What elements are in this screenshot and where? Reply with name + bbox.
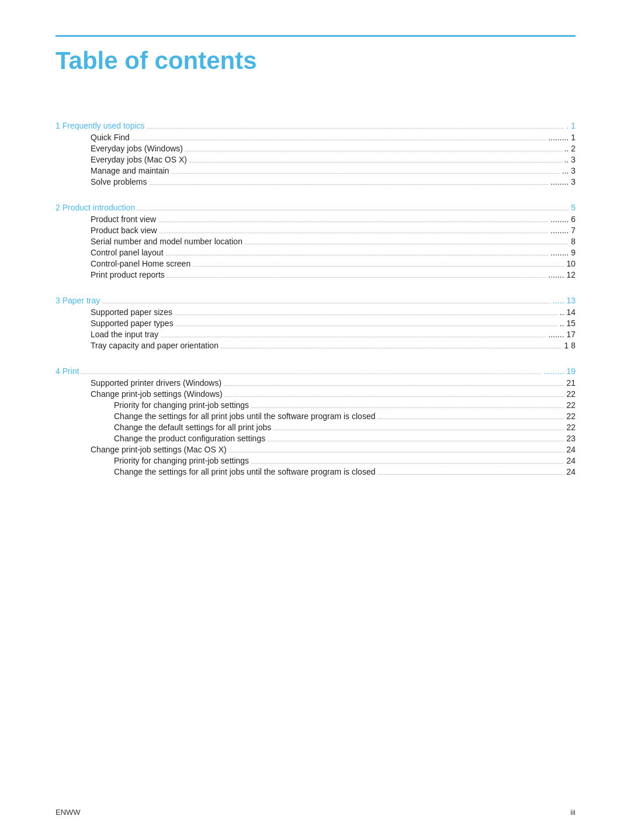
toc-chapter-link-3[interactable]: 3 Paper tray [56,296,100,305]
footer: ENWW iii [56,808,575,817]
toc-entry-page-2-1: ........ 6 [550,215,575,224]
toc-entry-row-3-2: Supported paper types.. 15 [56,319,575,328]
toc-entry-dots-4-5 [273,430,564,430]
toc-entry-page-4-5: 22 [566,423,575,432]
toc-entry-row-4-4: Change the settings for all print jobs u… [56,412,575,421]
toc-entry-dots-4-9 [377,474,564,475]
toc-entry-row-4-6: Change the product configuration setting… [56,434,575,443]
toc-entry-label-2-1: Product front view [91,215,156,224]
toc-chapter-row-2: 2 Product introduction5 [56,203,575,212]
toc-entry-label-4-7: Change print-job settings (Mac OS X) [91,445,227,454]
toc-entry-dots-4-3 [251,407,564,408]
toc-entry-page-4-1: 21 [566,378,575,388]
toc-entry-row-4-8: Priority for changing print-job settings… [56,456,575,465]
toc-entry-page-3-3: ....... 17 [548,330,575,339]
toc-entry-dots-1-4 [172,173,560,174]
toc-entry-row-4-5: Change the default settings for all prin… [56,423,575,432]
toc-chapter-page-2: 5 [571,203,575,212]
toc-entry-row-2-4: Control panel layout........ 9 [56,248,575,257]
toc-entry-label-1-2: Everyday jobs (Windows) [91,144,183,153]
toc-chapter-page-3: ..... 13 [553,296,575,305]
toc-entry-page-4-9: 24 [566,467,575,476]
toc-entry-page-2-3: 8 [571,237,575,246]
toc-entry-page-1-3: .. 3 [564,155,575,164]
toc-body: 1 Frequently used topics. 1Quick Find...… [56,121,575,476]
toc-chapter-link-2[interactable]: 2 Product introduction [56,203,135,212]
footer-page: iii [570,808,575,817]
toc-entry-label-3-1: Supported paper sizes [91,307,172,317]
toc-entry-dots-3-2 [176,326,557,326]
toc-entry-row-2-1: Product front view........ 6 [56,215,575,224]
toc-entry-page-2-2: ........ 7 [550,226,575,235]
toc-entry-label-4-2: Change print-job settings (Windows) [91,389,223,399]
toc-entry-label-4-5: Change the default settings for all prin… [114,423,271,432]
toc-entry-dots-2-5 [193,266,564,267]
toc-entry-label-4-3: Priority for changing print-job settings [114,400,249,410]
toc-entry-dots-2-4 [166,255,549,255]
toc-entry-page-1-2: .. 2 [564,144,575,153]
toc-chapter-dots-3 [102,303,550,303]
toc-entry-row-2-5: Control-panel Home screen10 [56,259,575,268]
toc-entry-page-2-4: ........ 9 [550,248,575,257]
toc-entry-page-4-7: 24 [566,445,575,454]
toc-entry-page-1-4: ... 3 [562,166,575,175]
toc-entry-label-1-4: Manage and maintain [91,166,169,175]
toc-entry-label-4-6: Change the product configuration setting… [114,434,265,443]
toc-entry-dots-4-2 [225,396,564,397]
footer-label: ENWW [56,808,81,817]
toc-entry-row-1-4: Manage and maintain... 3 [56,166,575,175]
toc-entry-dots-3-3 [161,337,546,337]
toc-entry-page-4-3: 22 [566,400,575,410]
toc-entry-label-4-9: Change the settings for all print jobs u… [114,467,375,476]
page-title: Table of contents [56,47,575,74]
toc-entry-label-4-4: Change the settings for all print jobs u… [114,412,375,421]
toc-entry-row-1-1: Quick Find......... 1 [56,133,575,142]
toc-chapter-dots-1 [147,128,564,129]
toc-entry-label-2-6: Print product reports [91,270,165,279]
page-container: Table of contents 1 Frequently used topi… [0,0,631,840]
toc-entry-page-2-5: 10 [566,259,575,268]
toc-entry-page-3-2: .. 15 [560,319,575,328]
toc-entry-row-2-2: Product back view........ 7 [56,226,575,235]
toc-entry-page-4-6: 23 [566,434,575,443]
toc-chapter-page-4: ......... 19 [544,367,575,376]
toc-entry-row-1-3: Everyday jobs (Mac OS X).. 3 [56,155,575,164]
toc-entry-dots-1-3 [189,162,562,163]
toc-chapter-row-4: 4 Print......... 19 [56,367,575,376]
top-rule [56,35,575,37]
toc-chapter-section-4: 4 Print......... 19Supported printer dri… [56,367,575,476]
toc-entry-page-3-1: .. 14 [560,307,575,317]
toc-entry-label-3-3: Load the input tray [91,330,158,339]
toc-entry-row-3-1: Supported paper sizes.. 14 [56,307,575,317]
toc-entry-dots-2-2 [160,233,549,233]
toc-entry-label-2-5: Control-panel Home screen [91,259,190,268]
toc-entry-dots-4-6 [268,441,564,441]
toc-chapter-dots-4 [81,374,541,374]
toc-chapter-link-4[interactable]: 4 Print [56,367,79,376]
toc-entry-row-3-3: Load the input tray....... 17 [56,330,575,339]
toc-entry-page-4-8: 24 [566,456,575,465]
toc-entry-page-3-4: 1 8 [564,341,575,350]
toc-entry-label-2-3: Serial number and model number location [91,237,242,246]
toc-chapter-dots-2 [137,210,568,210]
toc-entry-row-4-9: Change the settings for all print jobs u… [56,467,575,476]
toc-entry-label-2-4: Control panel layout [91,248,164,257]
toc-entry-label-4-8: Priority for changing print-job settings [114,456,249,465]
toc-entry-page-4-4: 22 [566,412,575,421]
toc-chapter-section-3: 3 Paper tray..... 13Supported paper size… [56,296,575,350]
toc-entry-label-1-5: Solve problems [91,177,147,186]
toc-entry-dots-2-1 [158,222,548,222]
toc-chapter-link-1[interactable]: 1 Frequently used topics [56,121,145,130]
toc-entry-label-1-1: Quick Find [91,133,130,142]
toc-entry-row-1-5: Solve problems........ 3 [56,177,575,186]
toc-entry-dots-4-8 [251,463,564,464]
toc-entry-row-1-2: Everyday jobs (Windows).. 2 [56,144,575,153]
toc-entry-dots-1-1 [132,140,546,140]
toc-entry-dots-4-7 [229,452,564,452]
toc-entry-label-3-2: Supported paper types [91,319,174,328]
toc-entry-row-4-3: Priority for changing print-job settings… [56,400,575,410]
toc-entry-dots-4-1 [224,385,564,386]
toc-entry-dots-1-2 [185,151,562,151]
toc-entry-page-4-2: 22 [566,389,575,399]
toc-entry-row-4-1: Supported printer drivers (Windows)21 [56,378,575,388]
